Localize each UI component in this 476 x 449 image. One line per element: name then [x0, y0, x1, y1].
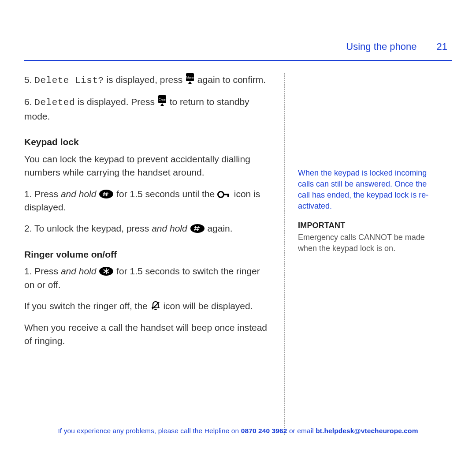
ringer-step-1: 1. Press and hold for 1.5 seconds to swi…: [24, 265, 271, 292]
clear-key-icon: Clear: [157, 95, 167, 107]
text: is displayed, press: [104, 75, 185, 85]
step-number: 1.: [24, 189, 32, 199]
heading-ringer: Ringer volume on/off: [24, 248, 271, 261]
main-column: 5. Delete List? is displayed, press Menu…: [24, 73, 284, 421]
step-number: 6.: [24, 97, 32, 107]
important-label: IMPORTANT: [298, 220, 452, 231]
footer-text: If you experience any problems, please c…: [58, 427, 241, 434]
keypad-lock-intro: You can lock the keypad to prevent accid…: [24, 153, 271, 180]
svg-rect-9: [227, 194, 229, 197]
text: icon will be displayed.: [161, 301, 253, 311]
step-6: 6. Deleted is displayed. Press Clear to …: [24, 95, 271, 123]
step-number: 2.: [24, 223, 32, 233]
keypad-lock-step-1: 1. Press and hold for 1.5 seconds until …: [24, 187, 271, 214]
ringer-off-icon-note: If you switch the ringer off, the icon w…: [24, 299, 271, 313]
text: for 1.5 seconds until the: [114, 189, 217, 199]
manual-page: Using the phone 21 5. Delete List? is di…: [0, 0, 476, 449]
step-5: 5. Delete List? is displayed, press Menu…: [24, 73, 271, 87]
ringer-beep-note: When you receive a call the handset will…: [24, 321, 271, 348]
key-lock-icon: [217, 190, 231, 199]
lcd-text-delete-list: Delete List?: [34, 75, 104, 86]
lcd-text-deleted: Deleted: [34, 97, 75, 108]
text: If you switch the ringer off, the: [24, 301, 150, 311]
menu-key-icon: Menu: [185, 73, 195, 85]
text: Press: [32, 266, 61, 276]
content-columns: 5. Delete List? is displayed, press Menu…: [24, 73, 452, 421]
bell-off-icon: [150, 300, 161, 311]
keypad-lock-step-2: 2. To unlock the keypad, press and hold …: [24, 222, 271, 235]
menu-key-label: Menu: [186, 76, 194, 79]
side-column: When the keypad is locked incoming calls…: [285, 73, 452, 421]
side-note-keypad-lock: When the keypad is locked incoming calls…: [298, 168, 430, 212]
svg-point-10: [190, 224, 205, 233]
footer-text: or email: [287, 427, 316, 434]
page-footer: If you experience any problems, please c…: [24, 421, 452, 436]
page-number: 21: [437, 40, 447, 54]
header-rule: [24, 60, 452, 61]
text: To unlock the keypad, press: [32, 223, 152, 233]
emphasis-and-hold: and hold: [152, 223, 187, 233]
star-key-icon: [99, 266, 114, 276]
heading-keypad-lock: Keypad lock: [24, 135, 271, 149]
important-body: Emergency calls CANNOT be made when the …: [298, 232, 435, 254]
hash-key-icon: [190, 224, 205, 233]
footer-email: bt.helpdesk@vtecheurope.com: [316, 427, 418, 434]
emphasis-and-hold: and hold: [61, 189, 97, 199]
text: is displayed. Press: [75, 97, 157, 107]
section-title: Using the phone: [346, 40, 416, 54]
page-header: Using the phone 21: [24, 40, 452, 54]
svg-point-2: [99, 190, 113, 198]
footer-phone: 0870 240 3962: [241, 427, 287, 434]
step-number: 1.: [24, 266, 32, 276]
text: Press: [32, 189, 61, 199]
step-number: 5.: [24, 75, 32, 85]
hash-key-icon: [99, 189, 114, 199]
text: again.: [205, 223, 233, 233]
svg-point-7: [218, 191, 223, 197]
text: again to confirm.: [195, 75, 266, 85]
clear-key-label: Clear: [158, 98, 166, 101]
emphasis-and-hold: and hold: [61, 266, 97, 276]
